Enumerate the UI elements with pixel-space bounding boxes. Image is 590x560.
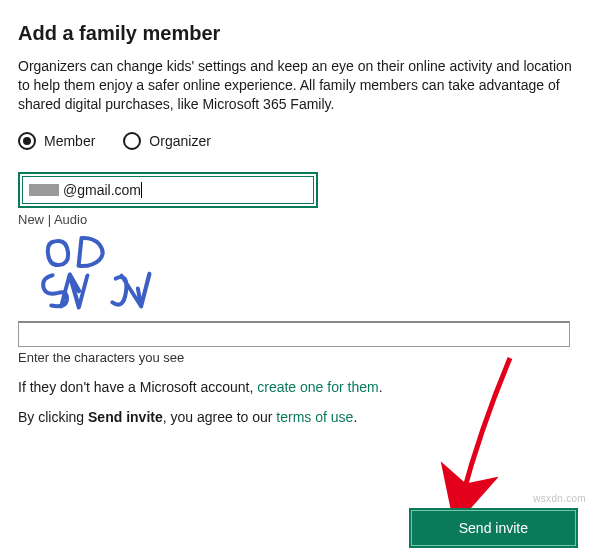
radio-member[interactable]: Member bbox=[18, 132, 95, 150]
watermark: wsxdn.com bbox=[533, 493, 586, 504]
terms-link[interactable]: terms of use bbox=[276, 409, 353, 425]
captcha-audio-link[interactable]: Audio bbox=[54, 212, 87, 227]
radio-icon bbox=[123, 132, 141, 150]
send-invite-button[interactable]: Send invite bbox=[409, 508, 578, 548]
agree-mid: , you agree to our bbox=[163, 409, 277, 425]
no-account-line: If they don't have a Microsoft account, … bbox=[18, 379, 572, 395]
page-description: Organizers can change kids' settings and… bbox=[18, 57, 572, 114]
agree-line: By clicking Send invite, you agree to ou… bbox=[18, 409, 572, 425]
radio-organizer[interactable]: Organizer bbox=[123, 132, 210, 150]
radio-icon bbox=[18, 132, 36, 150]
redacted-text bbox=[29, 184, 59, 196]
agree-prefix: By clicking bbox=[18, 409, 88, 425]
role-radio-group: Member Organizer bbox=[18, 132, 572, 150]
agree-suffix: . bbox=[353, 409, 357, 425]
captcha-image bbox=[18, 231, 218, 311]
radio-organizer-label: Organizer bbox=[149, 133, 210, 149]
text-caret bbox=[141, 182, 142, 198]
email-input[interactable]: @gmail.com bbox=[22, 176, 314, 204]
no-account-suffix: . bbox=[379, 379, 383, 395]
no-account-prefix: If they don't have a Microsoft account, bbox=[18, 379, 257, 395]
footer: Send invite bbox=[409, 508, 578, 548]
email-field-wrap: @gmail.com bbox=[18, 172, 318, 208]
page-title: Add a family member bbox=[18, 22, 572, 45]
captcha-new-link[interactable]: New bbox=[18, 212, 44, 227]
agree-bold: Send invite bbox=[88, 409, 163, 425]
captcha-input[interactable] bbox=[18, 321, 570, 347]
create-account-link[interactable]: create one for them bbox=[257, 379, 378, 395]
annotation-arrow bbox=[440, 350, 540, 520]
email-visible: @gmail.com bbox=[63, 182, 141, 198]
radio-member-label: Member bbox=[44, 133, 95, 149]
captcha-controls: New | Audio bbox=[18, 212, 572, 227]
captcha-hint: Enter the characters you see bbox=[18, 350, 572, 365]
separator: | bbox=[44, 212, 54, 227]
